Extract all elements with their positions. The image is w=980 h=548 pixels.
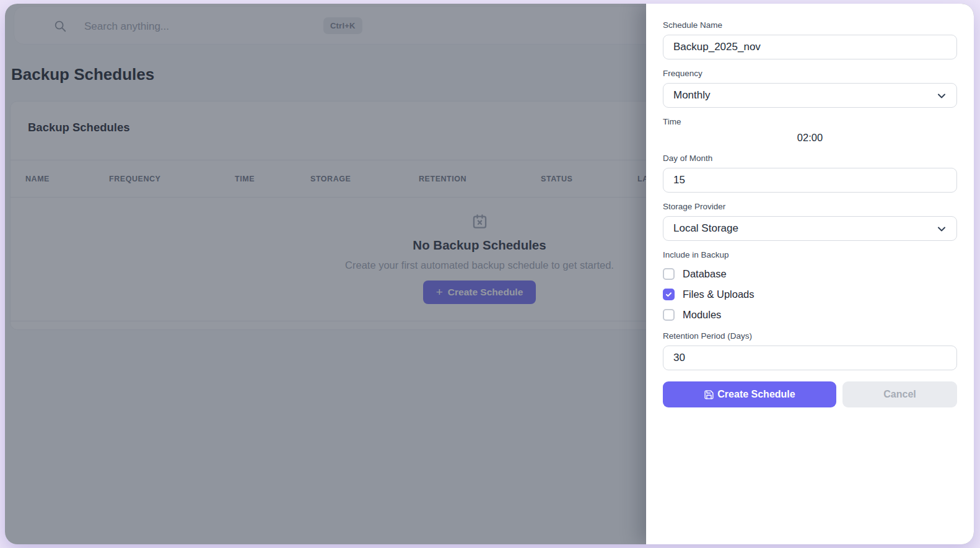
day-of-month-label: Day of Month [663, 154, 957, 163]
checkbox-row-files-uploads[interactable]: Files & Uploads [663, 286, 957, 302]
time-field: Time 02:00 [663, 117, 957, 144]
submit-create-schedule-button[interactable]: Create Schedule [663, 381, 836, 407]
time-label: Time [663, 117, 957, 127]
checkbox-row-database[interactable]: Database [663, 266, 957, 282]
cancel-button[interactable]: Cancel [842, 381, 957, 407]
database-checkbox[interactable] [663, 268, 675, 280]
app-window: Ctrl+K Backup Schedules Backup Schedules… [5, 4, 974, 544]
retention-period-label: Retention Period (Days) [663, 331, 957, 341]
retention-period-input[interactable] [663, 346, 957, 370]
chevron-down-icon [935, 90, 948, 102]
create-schedule-drawer: Schedule Name Frequency Monthly Time 02:… [646, 4, 974, 544]
frequency-field: Frequency Monthly [663, 69, 957, 108]
storage-provider-select[interactable]: Local Storage [663, 216, 957, 241]
drawer-actions: Create Schedule Cancel [663, 381, 957, 407]
schedule-name-label: Schedule Name [663, 20, 957, 30]
files-uploads-checkbox[interactable] [663, 289, 675, 300]
modules-checkbox[interactable] [663, 309, 675, 321]
chevron-down-icon [935, 223, 948, 235]
retention-period-field: Retention Period (Days) [663, 331, 957, 370]
schedule-name-input[interactable] [663, 35, 957, 59]
include-in-backup-label: Include in Backup [663, 250, 957, 260]
storage-provider-label: Storage Provider [663, 202, 957, 212]
frequency-selected-value: Monthly [673, 89, 711, 102]
storage-provider-field: Storage Provider Local Storage [663, 202, 957, 241]
frequency-select[interactable]: Monthly [663, 83, 957, 108]
files-uploads-checkbox-label: Files & Uploads [683, 289, 755, 300]
day-of-month-field: Day of Month [663, 154, 957, 193]
day-of-month-input[interactable] [663, 168, 957, 193]
frequency-label: Frequency [663, 69, 957, 79]
modules-checkbox-label: Modules [683, 309, 721, 321]
checkbox-row-modules[interactable]: Modules [663, 307, 957, 323]
submit-button-label: Create Schedule [717, 389, 795, 400]
storage-provider-selected-value: Local Storage [673, 222, 738, 235]
include-in-backup-group: Include in Backup Database Files & Uploa… [663, 250, 957, 323]
check-icon [665, 290, 673, 298]
time-input[interactable]: 02:00 [663, 131, 957, 144]
database-checkbox-label: Database [683, 268, 727, 280]
schedule-name-field: Schedule Name [663, 20, 957, 59]
save-icon [704, 389, 714, 400]
